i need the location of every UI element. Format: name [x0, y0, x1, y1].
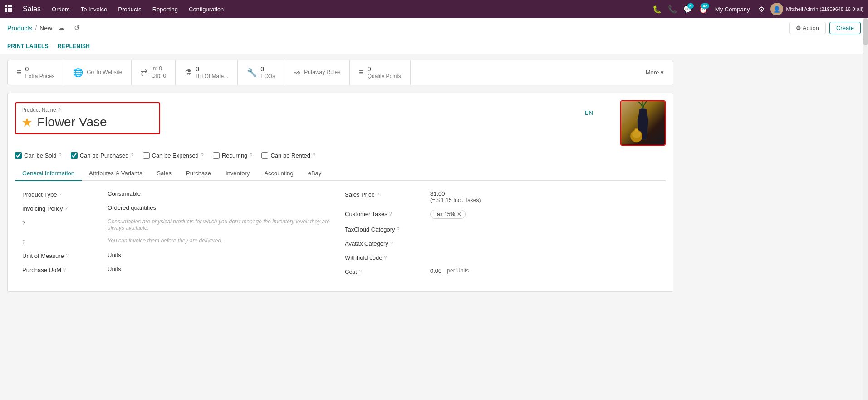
tax-remove-button[interactable]: ✕ — [457, 211, 461, 217]
in-out-stat[interactable]: ⇄ In: 0 Out: 0 — [132, 60, 176, 85]
chat-icon[interactable]: 💬 5 — [682, 3, 694, 15]
invoicing-policy-help[interactable]: ? — [65, 206, 68, 211]
bug-icon[interactable]: 🐛 — [651, 3, 663, 15]
can-be-expensed-input[interactable] — [143, 152, 150, 159]
nav-products[interactable]: Products — [113, 4, 146, 15]
refresh-icon[interactable]: ↺ — [70, 22, 83, 35]
withhold-row: Withhold code ? — [345, 253, 658, 261]
scrollbar-track[interactable] — [863, 18, 868, 305]
product-name-field[interactable]: Product Name ? ★ Flower Vase — [15, 102, 160, 134]
product-name-text: Flower Vase — [37, 115, 107, 129]
can-be-sold-input[interactable] — [15, 152, 22, 159]
replenish-button[interactable]: REPLENISH — [58, 43, 90, 49]
tab-attributes-variants[interactable]: Attributes & Variants — [82, 166, 150, 181]
more-label: More ▾ — [646, 69, 664, 76]
help-text-1-row: ? Consumables are physical products for … — [22, 218, 336, 231]
can-be-expensed-help[interactable]: ? — [201, 153, 204, 158]
quality-icon: ≡ — [359, 68, 364, 77]
cloud-icon[interactable]: ☁ — [55, 22, 68, 35]
svg-rect-4 — [8, 8, 10, 10]
cost-help[interactable]: ? — [359, 269, 362, 274]
tab-general-information[interactable]: General Information — [15, 166, 82, 181]
star-icon[interactable]: ★ — [21, 115, 33, 130]
can-be-rented-input[interactable] — [261, 152, 268, 159]
clock-icon[interactable]: ⏰ 42 — [697, 3, 710, 15]
avatax-help[interactable]: ? — [390, 241, 393, 246]
ecos-value: 0 — [260, 65, 275, 73]
tab-content-general: Product Type ? Consumable Invoicing Poli… — [15, 181, 666, 284]
can-be-rented-label: Can be Rented — [270, 152, 310, 159]
language-badge[interactable]: EN — [585, 100, 593, 116]
product-type-label: Product Type ? — [22, 190, 104, 198]
stat-row: ≡ 0 Extra Prices 🌐 Go To Website ⇄ In: 0… — [7, 60, 673, 85]
top-navigation: Sales Orders To Invoice Products Reporti… — [0, 0, 868, 18]
product-image[interactable] — [620, 100, 666, 146]
avatax-label: Avatax Category ? — [345, 239, 427, 247]
nav-to-invoice[interactable]: To Invoice — [76, 4, 112, 15]
print-labels-button[interactable]: PRINT LABELS — [7, 43, 49, 49]
tab-accounting[interactable]: Accounting — [257, 166, 300, 181]
breadcrumb-bar: Products / New ☁ ↺ ⚙ Action Create — [0, 18, 868, 38]
product-type-value[interactable]: Consumable — [108, 190, 336, 197]
invoicing-policy-label: Invoicing Policy ? — [22, 204, 104, 212]
can-be-purchased-input[interactable] — [71, 152, 78, 159]
tab-ebay[interactable]: eBay — [301, 166, 329, 181]
settings-icon[interactable]: ⚙ — [755, 3, 768, 15]
can-be-sold-help[interactable]: ? — [59, 153, 62, 158]
app-grid-icon[interactable] — [5, 5, 13, 14]
nav-configuration[interactable]: Configuration — [184, 4, 228, 15]
uom-help[interactable]: ? — [66, 253, 69, 258]
breadcrumb-current: New — [39, 25, 52, 32]
nav-orders[interactable]: Orders — [47, 4, 74, 15]
product-type-help[interactable]: ? — [59, 192, 61, 197]
recurring-checkbox[interactable]: Recurring ? — [213, 152, 252, 159]
withhold-help[interactable]: ? — [384, 255, 387, 260]
recurring-help[interactable]: ? — [250, 153, 252, 158]
invoicing-policy-value[interactable]: Ordered quantities — [108, 204, 336, 211]
purchase-uom-help[interactable]: ? — [63, 267, 66, 272]
can-be-sold-checkbox[interactable]: Can be Sold ? — [15, 152, 62, 159]
customer-taxes-help[interactable]: ? — [389, 211, 392, 217]
quality-stat[interactable]: ≡ 0 Quality Points — [350, 60, 411, 85]
can-be-rented-help[interactable]: ? — [313, 153, 315, 158]
unit-of-measure-value[interactable]: Units — [108, 252, 336, 258]
breadcrumb-parent[interactable]: Products — [7, 25, 32, 32]
nav-reporting[interactable]: Reporting — [148, 4, 182, 15]
customer-taxes-field[interactable]: Tax 15% ✕ — [430, 210, 658, 219]
taxcloud-help[interactable]: ? — [397, 227, 400, 232]
purchase-uom-value[interactable]: Units — [108, 266, 336, 272]
help-link-1[interactable]: ? — [22, 218, 104, 226]
can-be-purchased-checkbox[interactable]: Can be Purchased ? — [71, 152, 134, 159]
can-be-purchased-help[interactable]: ? — [131, 153, 133, 158]
product-image-inner — [621, 101, 665, 145]
tab-inventory[interactable]: Inventory — [218, 166, 257, 181]
sales-price-value[interactable]: $1.00 — [430, 190, 658, 197]
more-button[interactable]: More ▾ — [637, 60, 673, 85]
svg-rect-12 — [635, 128, 638, 131]
form-section-right: Sales Price ? $1.00 (= $ 1.15 Incl. Taxe… — [345, 190, 658, 275]
help-link-2[interactable]: ? — [22, 237, 104, 245]
can-be-expensed-checkbox[interactable]: Can be Expensed ? — [143, 152, 204, 159]
tab-sales[interactable]: Sales — [149, 166, 179, 181]
go-to-website-stat[interactable]: 🌐 Go To Website — [64, 60, 132, 85]
create-button[interactable]: Create — [829, 22, 861, 34]
putaway-stat[interactable]: ⇝ Putaway Rules — [284, 60, 350, 85]
company-name[interactable]: My Company — [715, 6, 750, 13]
phone-icon[interactable]: 📞 — [666, 3, 679, 15]
extra-prices-stat[interactable]: ≡ 0 Extra Prices — [8, 60, 64, 85]
action-button[interactable]: ⚙ Action — [789, 22, 826, 34]
app-name[interactable]: Sales — [18, 3, 45, 15]
cost-value[interactable]: 0.00 — [430, 267, 441, 274]
recurring-input[interactable] — [213, 152, 220, 159]
svg-rect-1 — [8, 5, 10, 7]
user-area[interactable]: 👤 Mitchell Admin (21909648-16-0-all) — [770, 3, 863, 15]
scrollbar-thumb[interactable] — [863, 18, 868, 45]
ecos-stat[interactable]: 🔧 0 ECOs — [238, 60, 284, 85]
sales-price-help[interactable]: ? — [377, 192, 379, 197]
can-be-rented-checkbox[interactable]: Can be Rented ? — [261, 152, 315, 159]
cost-label: Cost ? — [345, 267, 427, 275]
tab-purchase[interactable]: Purchase — [179, 166, 218, 181]
product-name-help[interactable]: ? — [58, 107, 61, 113]
product-name-section: Product Name ? ★ Flower Vase EN — [15, 100, 666, 146]
bom-stat[interactable]: ⚗ 0 Bill Of Mate... — [176, 60, 238, 85]
